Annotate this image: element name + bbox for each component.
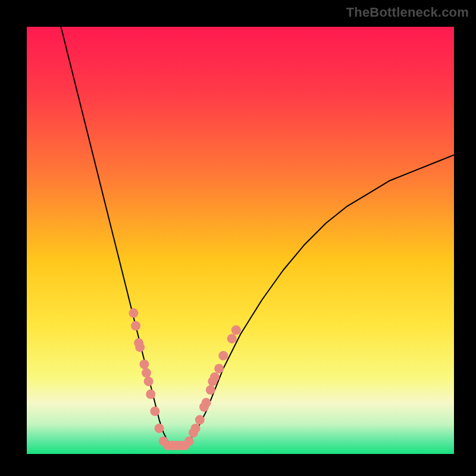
data-marker — [155, 424, 164, 433]
data-marker — [129, 308, 139, 318]
data-marker — [231, 325, 241, 335]
data-marker — [206, 385, 215, 394]
data-marker — [218, 351, 228, 361]
data-marker — [227, 334, 237, 343]
bottleneck-curve — [61, 27, 454, 446]
plot-area — [27, 27, 454, 454]
data-marker — [131, 321, 140, 331]
data-marker — [139, 359, 149, 369]
data-marker — [146, 389, 155, 399]
data-marker — [142, 368, 151, 378]
curve-layer — [27, 27, 454, 454]
data-marker — [195, 415, 205, 425]
data-marker — [144, 377, 154, 386]
data-marker — [150, 406, 159, 416]
data-marker — [184, 436, 194, 446]
data-marker — [191, 424, 201, 433]
data-marker — [202, 398, 211, 408]
watermark-text: TheBottleneck.com — [346, 5, 469, 20]
data-marker — [135, 343, 145, 352]
data-marker — [214, 364, 224, 373]
data-marker — [210, 372, 220, 382]
chart-container: TheBottleneck.com — [0, 0, 476, 476]
